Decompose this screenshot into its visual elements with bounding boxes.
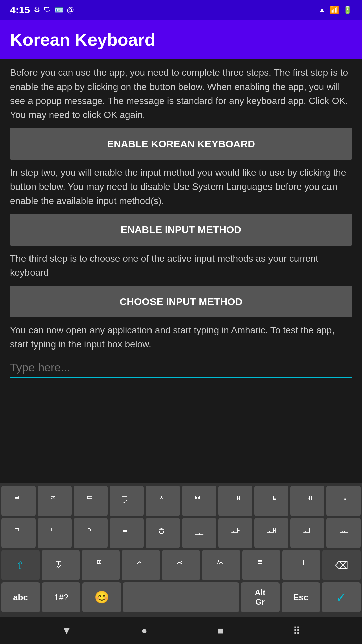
- shift-key[interactable]: ⇧: [1, 550, 40, 580]
- recent-button[interactable]: ■: [217, 625, 223, 636]
- enable-input-method-button[interactable]: ENABLE INPUT METHOD: [10, 214, 352, 246]
- key-vowel5[interactable]: ᅩ: [182, 518, 216, 548]
- app-bar: Korean Keyboard: [0, 20, 362, 59]
- key-ㅎ[interactable]: ᄒ: [146, 518, 180, 548]
- choose-input-method-button[interactable]: CHOOSE INPUT METHOD: [10, 286, 352, 317]
- step4-description: You can now open any application and sta…: [10, 323, 352, 352]
- emoji-key[interactable]: 😊: [82, 582, 121, 612]
- app-title: Korean Keyboard: [10, 30, 155, 49]
- esc-key[interactable]: Esc: [282, 582, 320, 612]
- status-time: 4:15: [10, 4, 30, 16]
- abc-key[interactable]: abc: [1, 582, 40, 612]
- key-vowel2[interactable]: ᅣ: [254, 486, 289, 516]
- keyboard: ᄇ ᄌ ᄃ ᄀ ᄉ ᄈ ᅢ ᅣ ᅦ ᅧ ᄆ ᄂ ᄋ ᄅ ᄒ ᅩ ᅪ ᅫ ᅬ ᅭ …: [0, 483, 362, 617]
- space-key[interactable]: [123, 582, 239, 612]
- back-button[interactable]: ▼: [62, 625, 72, 636]
- key-ㄲ[interactable]: ᄁ: [42, 550, 80, 580]
- text-input-container: [10, 358, 352, 378]
- shield-icon: 🛡: [44, 6, 51, 14]
- enable-keyboard-button[interactable]: ENABLE KOREAN KEYBOARD: [10, 128, 352, 160]
- key-ㅂ[interactable]: ᄇ: [1, 486, 36, 516]
- keyboard-switch-icon[interactable]: ⠿: [293, 625, 300, 637]
- status-left: 4:15 ⚙ 🛡 🪪 @: [10, 4, 74, 16]
- keyboard-row-3: ⇧ ᄁ ᄄ ᄎ ᄍ ᄊ ᄐ ᅵ ⌫: [1, 550, 361, 580]
- key-ㅈ[interactable]: ᄌ: [38, 486, 72, 516]
- key-ㅅ[interactable]: ᄉ: [146, 486, 180, 516]
- key-vowel7[interactable]: ᅫ: [254, 518, 289, 548]
- step2-description: In step two, you will enable the input m…: [10, 166, 352, 208]
- key-ㄸ[interactable]: ᄄ: [82, 550, 120, 580]
- content-area: Before you can use the app, you need to …: [0, 59, 362, 483]
- battery-icon: 🔋: [343, 6, 352, 14]
- keyboard-row-1: ᄇ ᄌ ᄃ ᄀ ᄉ ᄈ ᅢ ᅣ ᅦ ᅧ: [1, 486, 361, 516]
- home-button[interactable]: ●: [141, 625, 147, 636]
- status-right-icons: ▲ 📶 🔋: [318, 6, 352, 14]
- key-vowel8[interactable]: ᅬ: [290, 518, 324, 548]
- key-ㅉ[interactable]: ᄍ: [162, 550, 200, 580]
- key-vowel9[interactable]: ᅭ: [326, 518, 361, 548]
- delete-key[interactable]: ⌫: [322, 550, 361, 580]
- step1-description: Before you can use the app, you need to …: [10, 66, 352, 122]
- status-bar: 4:15 ⚙ 🛡 🪪 @ ▲ 📶 🔋: [0, 0, 362, 20]
- key-ㅆ[interactable]: ᄊ: [202, 550, 240, 580]
- key-ㅛ[interactable]: ᄈ: [182, 486, 216, 516]
- gear-icon: ⚙: [34, 6, 40, 14]
- key-ㄹ[interactable]: ᄅ: [110, 518, 144, 548]
- keyboard-row-4: abc 1#? 😊 AltGr Esc ✓: [1, 582, 361, 612]
- keyboard-row-2: ᄆ ᄂ ᄋ ᄅ ᄒ ᅩ ᅪ ᅫ ᅬ ᅭ: [1, 518, 361, 548]
- step3-description: The third step is to choose one of the a…: [10, 252, 352, 280]
- key-ㅊ[interactable]: ᄎ: [122, 550, 160, 580]
- key-vowel1[interactable]: ᅢ: [218, 486, 252, 516]
- altgr-key[interactable]: AltGr: [241, 582, 280, 612]
- key-ㅁ[interactable]: ᄆ: [1, 518, 36, 548]
- at-icon: @: [67, 6, 74, 14]
- typing-input[interactable]: [10, 358, 352, 378]
- key-vowel6[interactable]: ᅪ: [218, 518, 252, 548]
- key-ㄱ[interactable]: ᄀ: [110, 486, 144, 516]
- key-vowel-i[interactable]: ᅵ: [282, 550, 320, 580]
- key-ㄴ[interactable]: ᄂ: [38, 518, 72, 548]
- key-vowel4[interactable]: ᅧ: [326, 486, 361, 516]
- signal-icon: 📶: [330, 6, 339, 14]
- card-icon: 🪪: [54, 6, 63, 14]
- key-ㅌ[interactable]: ᄐ: [242, 550, 281, 580]
- symbols-key[interactable]: 1#?: [42, 582, 80, 612]
- wifi-icon: ▲: [318, 6, 326, 14]
- key-vowel3[interactable]: ᅦ: [290, 486, 324, 516]
- key-ㄷ[interactable]: ᄃ: [74, 486, 108, 516]
- key-ㅇ[interactable]: ᄋ: [74, 518, 108, 548]
- nav-bar: ▼ ● ■ ⠿: [0, 617, 362, 644]
- enter-key[interactable]: ✓: [322, 582, 361, 612]
